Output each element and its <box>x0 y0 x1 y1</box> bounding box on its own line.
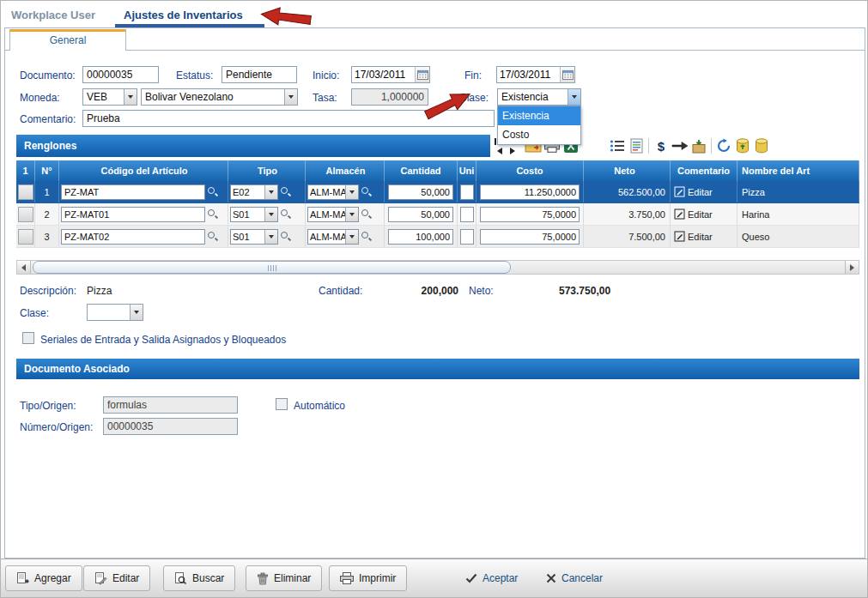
costo-input[interactable] <box>480 229 580 245</box>
search-icon[interactable] <box>280 186 291 197</box>
scroll-left-button[interactable] <box>17 261 31 274</box>
table-row[interactable]: 2 S01 ALM-MA 3.750,00 Editar Harina <box>16 203 859 226</box>
nav-next-icon[interactable] <box>507 147 519 155</box>
uni-input[interactable] <box>460 184 474 200</box>
grid-header-uni[interactable]: Uni <box>458 160 476 181</box>
uni-input[interactable] <box>460 207 474 222</box>
tipo-select[interactable]: S01 <box>230 229 278 245</box>
fin-datefield[interactable] <box>496 66 575 83</box>
almacen-select[interactable]: ALM-MA <box>307 229 359 245</box>
documento-input[interactable] <box>82 66 159 83</box>
list-view-icon[interactable] <box>608 136 627 155</box>
inicio-datefield[interactable] <box>351 66 430 83</box>
moneda-name-select[interactable]: Bolivar Venezolano <box>141 88 298 106</box>
search-icon[interactable] <box>207 231 218 242</box>
costo-input[interactable] <box>480 207 580 222</box>
editar-link[interactable]: Editar <box>674 231 713 242</box>
tipo-select[interactable]: S01 <box>230 207 278 222</box>
search-icon[interactable] <box>361 231 372 242</box>
chevron-down-icon[interactable] <box>264 208 277 221</box>
calendar-icon[interactable] <box>415 67 429 82</box>
database-upload-icon[interactable] <box>733 136 752 155</box>
tab-ajustes-inventarios[interactable]: Ajustes de Inventarios <box>124 9 243 21</box>
chevron-down-icon[interactable] <box>264 230 277 244</box>
codigo-input[interactable] <box>61 184 205 200</box>
grid-header-tipo[interactable]: Tipo <box>228 160 306 181</box>
buscar-button[interactable]: Buscar <box>163 565 235 591</box>
costo-input[interactable] <box>480 184 580 200</box>
uni-input[interactable] <box>460 229 474 245</box>
search-icon[interactable] <box>361 208 372 220</box>
grid-header-almacen[interactable]: Almacén <box>306 160 385 181</box>
search-icon[interactable] <box>361 186 372 197</box>
almacen-select[interactable]: ALM-MA <box>307 184 359 200</box>
search-icon[interactable] <box>280 208 291 220</box>
editar-link[interactable]: Editar <box>674 208 713 220</box>
row-selector[interactable] <box>18 184 33 200</box>
cantidad-input[interactable] <box>388 229 453 245</box>
grid-header-numero[interactable]: N° <box>35 160 59 181</box>
currency-icon[interactable]: $ <box>652 136 671 155</box>
comentario-input[interactable] <box>82 110 495 127</box>
grid-header-neto[interactable]: Neto <box>584 160 671 181</box>
seriales-checkbox[interactable] <box>22 332 34 344</box>
nav-prev-icon[interactable] <box>494 147 505 155</box>
grid-header-nombre[interactable]: Nombre del Art <box>737 160 859 181</box>
chevron-down-icon[interactable] <box>345 230 358 244</box>
clase-select[interactable]: Existencia <box>497 88 581 106</box>
cancelar-button[interactable]: Cancelar <box>535 565 614 591</box>
report-icon[interactable] <box>627 136 646 155</box>
scroll-thumb[interactable] <box>33 261 511 274</box>
chevron-down-icon[interactable] <box>284 89 297 105</box>
search-icon[interactable] <box>207 208 218 220</box>
aceptar-button[interactable]: Aceptar <box>454 565 529 591</box>
clase-value: Existencia <box>498 91 568 103</box>
chevron-down-icon[interactable] <box>264 185 277 199</box>
clase-option-existencia[interactable]: Existencia <box>498 106 580 125</box>
agregar-button[interactable]: Agregar <box>5 565 82 591</box>
scroll-track[interactable] <box>31 261 845 274</box>
grid-header-sel[interactable]: 1 <box>16 160 35 181</box>
editar-button[interactable]: Editar <box>83 565 150 591</box>
database-icon[interactable] <box>752 136 771 155</box>
inicio-input[interactable] <box>352 69 415 81</box>
cantidad-input[interactable] <box>388 207 453 222</box>
editar-link[interactable]: Editar <box>674 186 713 197</box>
clase-option-costo[interactable]: Costo <box>498 125 580 144</box>
grid-header-comentario[interactable]: Comentario <box>671 160 737 181</box>
tab-workplace-user[interactable]: Workplace User <box>11 9 95 21</box>
refresh-icon[interactable] <box>714 136 733 155</box>
grid-header-cantidad[interactable]: Cantidad <box>385 160 458 181</box>
cantidad-input[interactable] <box>388 184 453 200</box>
moneda-code-select[interactable]: VEB <box>82 88 137 106</box>
chevron-down-icon[interactable] <box>124 89 137 105</box>
fin-input[interactable] <box>497 69 560 81</box>
imprimir-button[interactable]: Imprimir <box>329 565 407 591</box>
tab-general[interactable]: General <box>9 29 126 51</box>
chevron-down-icon[interactable] <box>568 89 580 105</box>
chevron-down-icon[interactable] <box>345 185 358 199</box>
codigo-input[interactable] <box>61 229 205 245</box>
table-row[interactable]: 3 S01 ALM-MA 7.500,00 Editar Queso <box>16 226 859 248</box>
import-package-icon[interactable] <box>689 136 708 155</box>
forward-arrow-icon[interactable] <box>671 136 689 155</box>
eliminar-button[interactable]: Eliminar <box>246 565 322 591</box>
almacen-select[interactable]: ALM-MA <box>307 207 359 222</box>
calendar-icon[interactable] <box>560 67 574 82</box>
row-selector[interactable] <box>18 229 33 245</box>
chevron-down-icon[interactable] <box>130 305 143 320</box>
codigo-input[interactable] <box>61 207 205 222</box>
automatico-checkbox[interactable] <box>276 398 288 410</box>
chevron-down-icon[interactable] <box>345 208 358 221</box>
clase-lower-select[interactable] <box>87 304 143 321</box>
scroll-right-button[interactable] <box>845 261 859 274</box>
search-icon[interactable] <box>280 231 291 242</box>
row-selector[interactable] <box>18 207 33 222</box>
h-scrollbar[interactable] <box>16 260 859 275</box>
estatus-input[interactable] <box>222 66 297 83</box>
grid-header-codigo[interactable]: Código del Artículo <box>59 160 228 181</box>
grid-header-costo[interactable]: Costo <box>476 160 584 181</box>
table-row[interactable]: 1 E02 ALM-MA 562.500,00 Editar Pizza <box>16 181 859 203</box>
search-icon[interactable] <box>207 186 218 197</box>
tipo-select[interactable]: E02 <box>230 184 278 200</box>
